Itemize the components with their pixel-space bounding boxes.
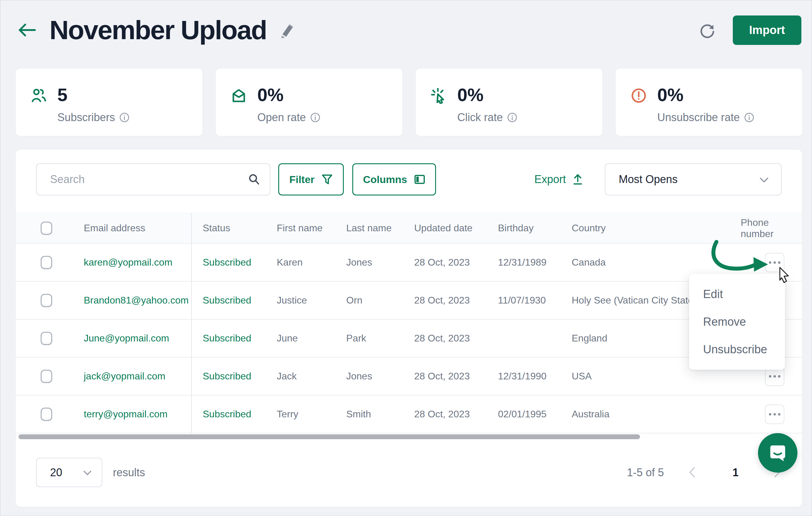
chevron-down-icon xyxy=(82,469,92,477)
stat-value: 0% xyxy=(457,84,484,105)
stat-value: 5 xyxy=(57,84,67,105)
chat-icon xyxy=(767,442,788,463)
col-header-birthday: Birthday xyxy=(498,223,572,234)
stat-value: 0% xyxy=(257,84,284,105)
filter-button[interactable]: Filter xyxy=(278,163,344,196)
results-label: results xyxy=(113,458,145,487)
menu-item-remove[interactable]: Remove xyxy=(689,308,785,336)
info-icon[interactable] xyxy=(507,112,517,123)
edit-title-pencil-icon[interactable] xyxy=(280,23,295,38)
table-row: Brandon81@yahoo.com Subscribed Justice O… xyxy=(16,282,802,320)
stat-card-open-rate: 0% Open rate xyxy=(216,68,402,136)
row-checkbox[interactable] xyxy=(41,332,52,345)
cell-last-name: Orn xyxy=(346,295,414,306)
row-checkbox[interactable] xyxy=(41,294,52,307)
cell-email[interactable]: Brandon81@yahoo.com xyxy=(68,282,192,319)
cell-updated-date: 28 Oct, 2023 xyxy=(414,371,498,382)
table-row: June@yopmail.com Subscribed June Park 28… xyxy=(16,320,802,357)
cell-updated-date: 28 Oct, 2023 xyxy=(414,257,498,268)
stats-row: 5 Subscribers 0% Open rate xyxy=(16,68,802,136)
stat-card-unsubscribe-rate: 0% Unsubscribe rate xyxy=(616,68,802,136)
click-icon xyxy=(431,88,447,104)
stat-label: Click rate xyxy=(457,111,503,124)
cell-email[interactable]: June@yopmail.com xyxy=(68,320,192,357)
table-row: karen@yopmail.com Subscribed Karen Jones… xyxy=(16,244,802,282)
chat-widget-button[interactable] xyxy=(758,433,798,472)
subscribers-table-card: Filter Columns Export Most Opens xyxy=(16,150,802,507)
columns-button[interactable]: Columns xyxy=(352,163,436,196)
col-header-last-name: Last name xyxy=(346,223,414,234)
col-header-phone: Phone number xyxy=(741,217,802,239)
filter-button-label: Filter xyxy=(289,174,314,185)
stat-label: Open rate xyxy=(257,111,306,124)
cell-first-name: Karen xyxy=(277,257,346,268)
users-icon xyxy=(31,88,47,103)
chevron-down-icon xyxy=(759,175,770,184)
page-number[interactable]: 1 xyxy=(726,458,745,487)
row-checkbox[interactable] xyxy=(41,370,52,383)
horizontal-scrollbar-thumb[interactable] xyxy=(19,434,640,439)
menu-item-unsubscribe[interactable]: Unsubscribe xyxy=(689,336,785,363)
cell-last-name: Jones xyxy=(346,371,414,382)
col-header-email: Email address xyxy=(68,213,192,243)
col-header-country: Country xyxy=(572,223,741,234)
cell-birthday: 02/01/1995 xyxy=(498,408,572,420)
row-checkbox[interactable] xyxy=(41,256,52,269)
sort-dropdown[interactable]: Most Opens xyxy=(605,163,782,196)
cell-status: Subscribed xyxy=(192,371,277,382)
row-actions-menu: Edit Remove Unsubscribe xyxy=(689,274,785,370)
cell-first-name: Terry xyxy=(277,408,346,420)
cell-country: USA xyxy=(572,371,741,382)
col-header-updated-date: Updated date xyxy=(414,223,498,234)
cell-email[interactable]: jack@yopmail.com xyxy=(68,357,192,395)
page-size-value: 20 xyxy=(37,466,62,479)
cell-updated-date: 28 Oct, 2023 xyxy=(414,295,498,306)
chevron-left-icon[interactable] xyxy=(687,465,697,479)
columns-button-label: Columns xyxy=(363,174,407,185)
page-header: November Upload xyxy=(17,12,295,48)
cell-updated-date: 28 Oct, 2023 xyxy=(414,333,498,344)
cell-updated-date: 28 Oct, 2023 xyxy=(414,408,498,420)
cell-last-name: Smith xyxy=(346,408,414,420)
cell-country: Canada xyxy=(572,257,741,268)
row-actions-button[interactable] xyxy=(765,253,784,272)
cell-email[interactable]: terry@yopmail.com xyxy=(68,396,192,433)
subscriber-group-page: { "page": { "title": "November Upload" }… xyxy=(0,0,812,516)
pagination-range: 1-5 of 5 xyxy=(627,458,664,487)
refresh-icon[interactable] xyxy=(699,23,715,38)
header-actions: Import xyxy=(699,16,802,45)
export-button[interactable]: Export xyxy=(534,163,583,196)
import-button[interactable]: Import xyxy=(733,16,802,45)
info-icon[interactable] xyxy=(119,112,129,123)
envelope-open-icon xyxy=(231,88,246,103)
cell-email[interactable]: karen@yopmail.com xyxy=(68,244,192,281)
stat-label: Subscribers xyxy=(57,111,115,124)
search-input[interactable] xyxy=(36,163,270,196)
cell-last-name: Jones xyxy=(346,257,414,268)
page-size-dropdown[interactable]: 20 xyxy=(36,458,102,487)
cell-birthday: 11/07/1930 xyxy=(498,295,572,306)
cell-first-name: Justice xyxy=(277,295,346,306)
col-header-status: Status xyxy=(192,223,277,234)
back-arrow-icon[interactable] xyxy=(17,22,37,38)
info-icon[interactable] xyxy=(744,112,754,123)
row-actions-button[interactable] xyxy=(765,405,784,424)
cell-status: Subscribed xyxy=(192,295,277,306)
row-checkbox[interactable] xyxy=(41,408,52,421)
cell-status: Subscribed xyxy=(192,333,277,344)
cell-birthday: 12/31/1989 xyxy=(498,257,572,268)
col-header-first-name: First name xyxy=(277,223,346,234)
table-header-row: Email address Status First name Last nam… xyxy=(16,213,802,244)
cell-last-name: Park xyxy=(346,333,414,344)
info-icon[interactable] xyxy=(310,112,320,123)
stat-label: Unsubscribe rate xyxy=(657,111,740,124)
search-wrap xyxy=(36,163,270,196)
page-title: November Upload xyxy=(50,17,267,44)
menu-item-edit[interactable]: Edit xyxy=(689,281,785,308)
export-upload-icon xyxy=(572,173,583,185)
sort-dropdown-value: Most Opens xyxy=(605,173,677,186)
search-icon xyxy=(248,173,260,185)
funnel-icon xyxy=(321,174,333,185)
cell-country: Australia xyxy=(572,408,741,420)
select-all-checkbox[interactable] xyxy=(41,222,52,235)
